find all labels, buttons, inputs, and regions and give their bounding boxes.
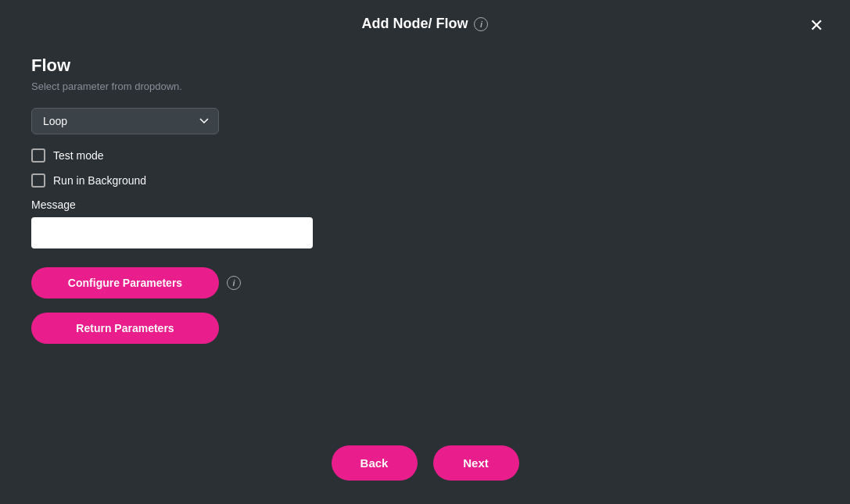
- modal-container: Add Node/ Flow i ✕ Flow Select parameter…: [0, 0, 850, 504]
- message-label: Message: [31, 198, 819, 211]
- modal-footer: Back Next: [0, 433, 850, 504]
- run-in-background-label: Run in Background: [53, 174, 146, 187]
- return-button-row: Return Parameters: [31, 313, 819, 344]
- modal-body: Flow Select parameter from dropdown. Loo…: [0, 40, 850, 433]
- message-input[interactable]: [31, 217, 313, 248]
- test-mode-checkbox[interactable]: [31, 148, 45, 163]
- title-info-icon[interactable]: i: [474, 17, 488, 31]
- title-text: Add Node/ Flow: [362, 16, 468, 32]
- modal-header: Add Node/ Flow i ✕: [0, 0, 850, 40]
- configure-button-row: Configure Parameters i: [31, 267, 819, 298]
- back-button[interactable]: Back: [332, 445, 418, 481]
- test-mode-row: Test mode: [31, 148, 819, 163]
- flow-type-dropdown[interactable]: Loop Sequential Parallel Conditional: [31, 108, 219, 134]
- test-mode-label: Test mode: [53, 149, 104, 162]
- return-parameters-button[interactable]: Return Parameters: [31, 313, 219, 344]
- modal-title: Add Node/ Flow i: [362, 16, 489, 32]
- section-subtitle: Select parameter from dropdown.: [31, 80, 819, 92]
- dropdown-wrapper: Loop Sequential Parallel Conditional: [31, 108, 819, 134]
- close-button[interactable]: ✕: [806, 14, 827, 38]
- run-in-background-checkbox[interactable]: [31, 173, 45, 188]
- configure-parameters-button[interactable]: Configure Parameters: [31, 267, 219, 298]
- next-button[interactable]: Next: [433, 445, 519, 481]
- section-title: Flow: [31, 55, 819, 76]
- run-in-background-row: Run in Background: [31, 173, 819, 188]
- configure-info-icon[interactable]: i: [227, 276, 241, 290]
- message-section: Message: [31, 198, 819, 248]
